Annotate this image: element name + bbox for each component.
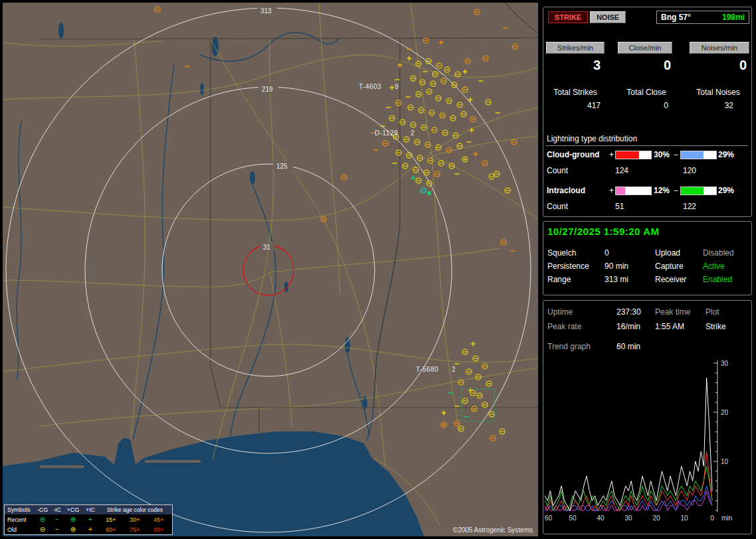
trend-series-red <box>545 451 712 510</box>
storm-cell-count: 2 <box>452 366 456 373</box>
copyright-text: ©2005 Astrogenic Systems <box>453 526 533 534</box>
noise-indicator-button[interactable]: NOISE <box>590 11 626 23</box>
legend-row-old: Old ⊖ − ⊕ + 60+ 75+ 90+ <box>5 524 172 534</box>
bearing-readout: Bng 57° 198mi <box>656 11 749 24</box>
pos-cg-old-icon: ⊕ <box>64 525 82 534</box>
intracloud-label: Intracloud <box>547 186 585 195</box>
cg-plus-bar <box>615 151 652 159</box>
trend-x-label: 10 <box>680 514 688 522</box>
strike-indicator-button[interactable]: STRIKE <box>548 11 588 23</box>
legend-header: Symbols -CG -IC +CG +IC Strike age color… <box>5 505 172 514</box>
storm-cell-id: T-4603 <box>359 83 381 90</box>
symbols-legend: Symbols -CG -IC +CG +IC Strike age color… <box>4 504 173 535</box>
age-code: 45+ <box>147 516 171 523</box>
upload-status: Disabled <box>703 248 734 258</box>
uptime-value: 237:30 <box>616 307 641 317</box>
range-value: 313 mi <box>605 275 628 284</box>
receiver-label: Receiver <box>655 275 686 284</box>
age-code: 15+ <box>99 516 123 523</box>
trend-x-label: 20 <box>652 514 660 522</box>
neg-ic-recent-icon: − <box>50 515 64 524</box>
trend-series-blue <box>545 486 712 510</box>
trend-y-label: 30 <box>721 360 729 367</box>
plus-sign: + <box>609 186 614 195</box>
strikes-per-min-header[interactable]: Strikes/min <box>546 42 605 54</box>
count-label: Count <box>547 166 568 175</box>
cg-minus-bar <box>680 151 717 159</box>
trend-y-label: 10 <box>721 458 729 465</box>
squelch-label: Squelch <box>547 248 576 258</box>
minus-sign: − <box>674 186 678 195</box>
ic-minus-bar-fill <box>681 187 704 194</box>
capture-status: Active <box>703 262 725 271</box>
trend-x-unit: min <box>721 514 732 522</box>
total-close-label: Total Close <box>618 88 675 97</box>
datetime-display: 10/27/2025 1:59:20 AM <box>547 226 659 237</box>
strikes-per-min-value: 3 <box>545 58 601 73</box>
uptime-label: Uptime <box>547 307 573 317</box>
map-canvas: 313 219 125 31 T-4603 9 D-1129 2 T-5680 … <box>3 3 538 536</box>
peak-time-value: 1:55 AM <box>655 322 684 331</box>
trend-graph: 1020306050403020100min <box>545 359 744 530</box>
persistence-label: Persistence <box>547 262 589 271</box>
trend-x-label: 40 <box>597 514 605 522</box>
counters-box: STRIKE NOISE Bng 57° 198mi Strikes/min C… <box>543 7 752 217</box>
total-strikes-label: Total Strikes <box>545 88 606 97</box>
upload-label: Upload <box>655 248 680 258</box>
total-strikes-value: 417 <box>545 101 601 110</box>
trend-series-white <box>545 378 712 510</box>
count-label: Count <box>547 202 568 211</box>
cg-plus-bar-fill <box>616 151 639 159</box>
lightning-map[interactable]: 313 219 125 31 T-4603 9 D-1129 2 T-5680 … <box>3 3 538 536</box>
trend-series-green <box>545 466 712 510</box>
legend-col-neg-ic: -IC <box>50 506 64 513</box>
cloud-ground-label: Cloud-ground <box>547 150 599 159</box>
legend-col-pos-ic: +IC <box>82 506 99 513</box>
status-panel: STRIKE NOISE Bng 57° 198mi Strikes/min C… <box>543 7 752 534</box>
cg-plus-count: 124 <box>615 166 628 175</box>
trend-x-label: 30 <box>624 514 632 522</box>
legend-col-pos-cg: +CG <box>64 506 82 513</box>
squelch-value: 0 <box>605 248 609 258</box>
bearing-range: 198mi <box>722 13 745 22</box>
minus-sign: − <box>674 150 678 159</box>
plot-label: Plot <box>706 307 719 317</box>
ring-label: 219 <box>262 86 273 93</box>
age-code: 90+ <box>147 526 171 533</box>
peak-rate-value: 16/min <box>616 322 640 331</box>
legend-row-label: Old <box>5 526 35 533</box>
neg-cg-recent-icon: ⊖ <box>35 515 50 524</box>
legend-row-label: Recent <box>5 516 35 523</box>
storm-cell-count: 9 <box>395 83 399 90</box>
trend-x-label: 50 <box>569 514 577 522</box>
storm-cell-id: D-1129 <box>375 129 398 137</box>
distribution-title: Lightning type distribution <box>547 134 637 143</box>
trend-x-label: 60 <box>545 514 553 522</box>
cg-minus-bar-fill <box>681 151 704 159</box>
legend-age-title: Strike age color codes <box>99 506 171 513</box>
cg-minus-pct: 29% <box>718 150 734 159</box>
age-code: 75+ <box>123 526 147 533</box>
storm-cell-id: T-5680 <box>416 366 438 373</box>
pos-cg-recent-icon: ⊕ <box>64 515 82 524</box>
age-code: 60+ <box>99 526 123 533</box>
settings-box: 10/27/2025 1:59:20 AM Squelch 0 Upload D… <box>543 221 752 295</box>
legend-row-recent: Recent ⊖ − ⊕ + 15+ 30+ 45+ <box>5 514 172 524</box>
noises-per-min-header[interactable]: Noises/min <box>690 42 749 54</box>
neg-cg-old-icon: ⊖ <box>35 525 50 534</box>
plus-sign: + <box>609 150 614 159</box>
legend-symbols-title: Symbols <box>5 506 35 513</box>
close-per-min-value: 0 <box>616 58 671 73</box>
ring-label: 125 <box>276 163 288 170</box>
trend-x-label: 0 <box>710 514 714 522</box>
trend-graph-label: Trend graph <box>547 342 591 351</box>
total-close-value: 0 <box>616 101 668 110</box>
range-label: Range <box>547 275 571 284</box>
close-per-min-header[interactable]: Close/min <box>618 42 672 54</box>
peak-rate-label: Peak rate <box>547 322 581 331</box>
peak-time-label: Peak time <box>655 307 690 317</box>
strike-symbol <box>428 192 431 195</box>
pos-ic-recent-icon: + <box>82 515 99 524</box>
storm-cell-count: 2 <box>411 129 415 137</box>
receiver-status: Enabled <box>703 275 732 284</box>
